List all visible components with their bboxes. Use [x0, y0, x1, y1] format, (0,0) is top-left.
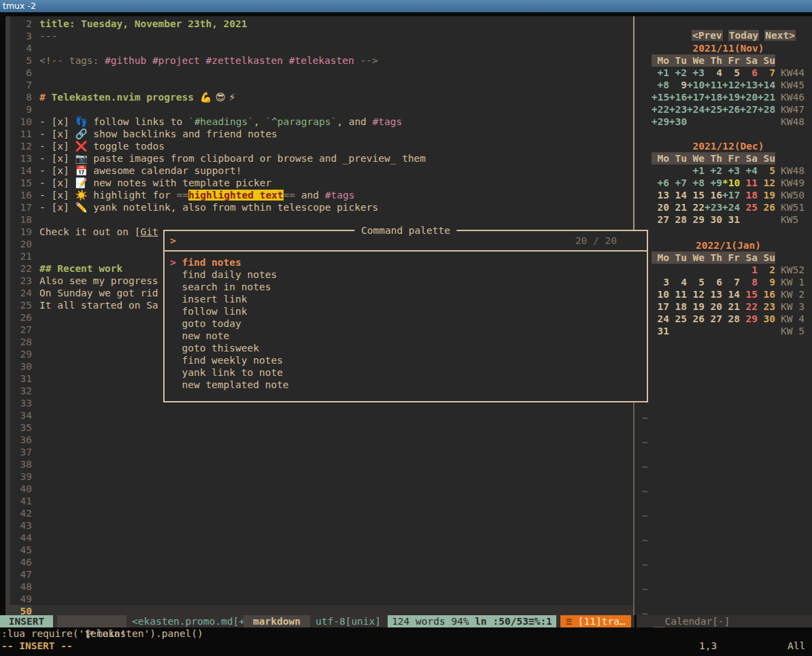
calendar-day-12[interactable]: +12 — [722, 79, 740, 91]
editor-line-4[interactable]: 4 — [10, 42, 633, 54]
editor-line-7[interactable]: 7 — [10, 79, 633, 91]
calendar-day-14[interactable]: +14 — [758, 79, 775, 91]
calendar-day-17[interactable]: 17 — [652, 300, 669, 313]
editor-line-11[interactable]: 11- [x] 🔗 show backlinks and friend note… — [10, 128, 633, 140]
calendar-day-2[interactable]: +2 — [705, 165, 722, 177]
editor-line-48[interactable]: 48 — [10, 581, 633, 593]
calendar-day-9[interactable]: +9 — [705, 177, 722, 189]
editor-line-18[interactable]: 18 — [10, 213, 633, 226]
editor-line-50[interactable]: 50 — [10, 605, 633, 615]
calendar-day-5[interactable]: 5 — [722, 67, 740, 79]
calendar-day-29[interactable]: 29 — [740, 313, 758, 325]
calendar-day-5[interactable]: 5 — [758, 165, 775, 177]
calendar-day-8[interactable]: +8 — [652, 79, 669, 91]
editor-line-34[interactable]: 34 — [10, 409, 633, 421]
palette-item-goto-thisweek[interactable]: goto thisweek — [165, 342, 647, 354]
calendar-day-17[interactable]: +17 — [687, 91, 705, 103]
palette-item-new-note[interactable]: new note — [165, 330, 647, 342]
calendar-day-30[interactable]: 30 — [705, 213, 722, 226]
calendar-day-28[interactable]: 28 — [722, 313, 740, 325]
calendar-day-14[interactable]: 14 — [722, 288, 740, 300]
editor-line-10[interactable]: 10- [x] 👣 follow links to `#headings`, `… — [10, 116, 633, 128]
calendar-day-20[interactable]: 20 — [652, 201, 669, 213]
calendar-day-3[interactable]: +3 — [722, 165, 740, 177]
calendar-day-15[interactable]: 15 — [687, 189, 705, 201]
calendar-day-15[interactable]: 15 — [740, 288, 758, 300]
editor-line-17[interactable]: 17- [x] ✏️ yank notelink, also from wthi… — [10, 201, 633, 213]
calendar-day-23[interactable]: +23 — [705, 201, 722, 213]
editor-line-15[interactable]: 15- [x] 📝 new notes with template picker — [10, 177, 633, 189]
editor-line-42[interactable]: 42 — [10, 507, 633, 519]
calendar-day-19[interactable]: 19 — [687, 300, 705, 313]
calendar-day-31[interactable]: 31 — [652, 325, 669, 337]
calendar-day-6[interactable]: +6 — [652, 177, 669, 189]
palette-item-new-templated-note[interactable]: new templated note — [165, 379, 647, 391]
calendar-day-3[interactable]: 3 — [652, 276, 669, 288]
calendar-day-25[interactable]: +25 — [705, 103, 722, 116]
palette-item-find-weekly-notes[interactable]: find weekly notes — [165, 354, 647, 366]
calendar-today-button[interactable]: Today — [728, 30, 760, 41]
calendar-day-2[interactable]: +2 — [669, 67, 687, 79]
calendar-day-22[interactable]: 22 — [687, 201, 705, 213]
calendar-day-21[interactable]: 21 — [722, 300, 740, 313]
calendar-day-31[interactable]: 31 — [722, 213, 740, 226]
calendar-day-7[interactable]: 7 — [722, 276, 740, 288]
calendar-day-29[interactable]: +29 — [652, 116, 669, 128]
calendar-day-2[interactable]: 2 — [758, 264, 775, 276]
editor-line-49[interactable]: 49 — [10, 593, 633, 605]
calendar-day-25[interactable]: 25 — [740, 201, 758, 213]
calendar-day-11[interactable]: +11 — [705, 79, 722, 91]
calendar-day-6[interactable]: 6 — [705, 276, 722, 288]
calendar-day-28[interactable]: 28 — [669, 213, 687, 226]
calendar-day-21[interactable]: 21 — [669, 201, 687, 213]
editor-line-36[interactable]: 36 — [10, 434, 633, 446]
editor-line-14[interactable]: 14- [x] 📅 awesome calendar support! — [10, 165, 633, 177]
calendar-day-26[interactable]: 26 — [687, 313, 705, 325]
calendar-day-23[interactable]: +23 — [669, 103, 687, 116]
statusline-buffer-tab[interactable]: ≡ [11]tra… — [560, 615, 631, 627]
calendar-day-13[interactable]: +13 — [740, 79, 758, 91]
calendar-day-8[interactable]: +8 — [687, 177, 705, 189]
calendar-day-22[interactable]: +22 — [652, 103, 669, 116]
window-split-separator-bottom[interactable] — [633, 402, 635, 615]
editor-line-8[interactable]: 8# Telekasten.nvim progress 💪 😎 ⚡ — [10, 91, 633, 103]
palette-item-goto-today[interactable]: goto today — [165, 317, 647, 330]
calendar-day-28[interactable]: +28 — [758, 103, 775, 116]
calendar-day-15[interactable]: +15 — [652, 91, 669, 103]
calendar-day-4[interactable]: +4 — [740, 165, 758, 177]
calendar-day-1[interactable]: +1 — [687, 165, 705, 177]
calendar-day-22[interactable]: 22 — [740, 300, 758, 313]
calendar-day-25[interactable]: 25 — [669, 313, 687, 325]
calendar-day-26[interactable]: 26 — [758, 201, 775, 213]
calendar-day-12[interactable]: 12 — [758, 177, 775, 189]
calendar-day-13[interactable]: 13 — [705, 288, 722, 300]
editor-line-43[interactable]: 43 — [10, 519, 633, 532]
editor-line-35[interactable]: 35 — [10, 421, 633, 434]
editor-line-3[interactable]: 3--- — [10, 30, 633, 42]
calendar-day-11[interactable]: 11 — [669, 288, 687, 300]
calendar-day-24[interactable]: +24 — [687, 103, 705, 116]
calendar-day-20[interactable]: 20 — [705, 300, 722, 313]
calendar-day-10[interactable]: 10 — [652, 288, 669, 300]
calendar-day-23[interactable]: 23 — [758, 300, 775, 313]
editor-line-9[interactable]: 9 — [10, 103, 633, 116]
calendar-day-24[interactable]: +24 — [722, 201, 740, 213]
editor-line-40[interactable]: 40 — [10, 483, 633, 495]
editor-line-44[interactable]: 44 — [10, 532, 633, 544]
calendar-day-11[interactable]: 11 — [740, 177, 758, 189]
calendar-day-27[interactable]: 27 — [705, 313, 722, 325]
calendar-window[interactable]: <PrevTodayNext> 2021/11(Nov)MoTuWeThFrSa… — [637, 16, 812, 615]
calendar-next-button[interactable]: Next> — [764, 30, 796, 41]
editor-line-16[interactable]: 16- [x] ☀️ highlight for ==highlighted t… — [10, 189, 633, 201]
calendar-day-12[interactable]: 12 — [687, 288, 705, 300]
editor-line-12[interactable]: 12- [x] ❌ toggle todos — [10, 140, 633, 152]
calendar-day-19[interactable]: 19 — [758, 189, 775, 201]
calendar-day-1[interactable]: 1 — [740, 264, 758, 276]
calendar-day-19[interactable]: +19 — [722, 91, 740, 103]
calendar-day-10[interactable]: *10 — [722, 177, 740, 189]
palette-item-insert-link[interactable]: insert link — [165, 293, 647, 305]
calendar-day-29[interactable]: 29 — [687, 213, 705, 226]
palette-item-find-notes[interactable]: > find notes — [165, 256, 647, 269]
calendar-day-13[interactable]: 13 — [652, 189, 669, 201]
editor-line-5[interactable]: 5<!-- tags: #github #project #zettelkast… — [10, 54, 633, 67]
